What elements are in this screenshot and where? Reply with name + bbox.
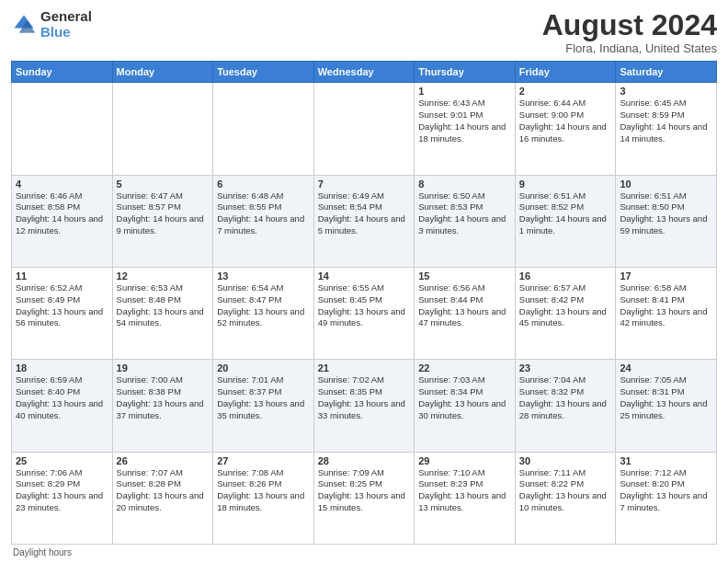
- day-header-thursday: Thursday: [415, 62, 516, 83]
- calendar-cell: 26Sunrise: 7:07 AM Sunset: 8:28 PM Dayli…: [112, 452, 213, 544]
- day-number: 24: [620, 362, 712, 373]
- logo-text: General Blue: [40, 9, 92, 40]
- day-header-friday: Friday: [515, 62, 616, 83]
- day-header-sunday: Sunday: [12, 62, 113, 83]
- day-info: Sunrise: 7:12 AM Sunset: 8:20 PM Dayligh…: [620, 467, 712, 514]
- calendar-week-4: 25Sunrise: 7:06 AM Sunset: 8:29 PM Dayli…: [12, 452, 717, 544]
- calendar-cell: 3Sunrise: 6:45 AM Sunset: 8:59 PM Daylig…: [616, 83, 717, 175]
- day-number: 28: [318, 455, 411, 466]
- calendar-cell: [313, 83, 415, 175]
- day-header-tuesday: Tuesday: [213, 62, 314, 83]
- calendar-table: SundayMondayTuesdayWednesdayThursdayFrid…: [11, 61, 717, 545]
- day-number: 13: [217, 270, 310, 282]
- day-number: 11: [16, 270, 108, 282]
- location: Flora, Indiana, United States: [542, 41, 717, 55]
- calendar-cell: 4Sunrise: 6:46 AM Sunset: 8:58 PM Daylig…: [12, 175, 113, 267]
- calendar-cell: 17Sunrise: 6:58 AM Sunset: 8:41 PM Dayli…: [616, 267, 717, 359]
- calendar-cell: [12, 83, 113, 175]
- calendar-cell: 11Sunrise: 6:52 AM Sunset: 8:49 PM Dayli…: [12, 267, 113, 359]
- day-info: Sunrise: 6:50 AM Sunset: 8:53 PM Dayligh…: [418, 190, 511, 237]
- day-number: 30: [519, 455, 612, 466]
- day-info: Sunrise: 6:44 AM Sunset: 9:00 PM Dayligh…: [519, 98, 612, 144]
- calendar-cell: 15Sunrise: 6:56 AM Sunset: 8:44 PM Dayli…: [415, 267, 516, 359]
- day-info: Sunrise: 6:47 AM Sunset: 8:57 PM Dayligh…: [117, 190, 210, 237]
- calendar-cell: 30Sunrise: 7:11 AM Sunset: 8:22 PM Dayli…: [515, 452, 616, 544]
- day-info: Sunrise: 6:54 AM Sunset: 8:47 PM Dayligh…: [217, 282, 310, 329]
- month-title: August 2024: [542, 9, 717, 41]
- day-info: Sunrise: 7:05 AM Sunset: 8:31 PM Dayligh…: [620, 374, 712, 421]
- calendar-week-0: 1Sunrise: 6:43 AM Sunset: 9:01 PM Daylig…: [12, 83, 717, 175]
- calendar-cell: [213, 83, 314, 175]
- logo: General Blue: [11, 9, 92, 40]
- calendar-body: 1Sunrise: 6:43 AM Sunset: 9:01 PM Daylig…: [12, 83, 717, 545]
- title-block: August 2024 Flora, Indiana, United State…: [542, 9, 717, 55]
- day-number: 7: [318, 178, 411, 190]
- day-info: Sunrise: 7:04 AM Sunset: 8:32 PM Dayligh…: [519, 374, 612, 421]
- calendar-cell: 29Sunrise: 7:10 AM Sunset: 8:23 PM Dayli…: [415, 452, 516, 544]
- day-info: Sunrise: 7:00 AM Sunset: 8:38 PM Dayligh…: [117, 374, 210, 421]
- day-info: Sunrise: 7:09 AM Sunset: 8:25 PM Dayligh…: [318, 467, 411, 514]
- day-info: Sunrise: 7:07 AM Sunset: 8:28 PM Dayligh…: [117, 467, 210, 514]
- day-info: Sunrise: 7:02 AM Sunset: 8:35 PM Dayligh…: [318, 374, 411, 421]
- calendar-cell: 18Sunrise: 6:59 AM Sunset: 8:40 PM Dayli…: [12, 360, 113, 452]
- logo-blue: Blue: [40, 25, 92, 40]
- calendar-header: SundayMondayTuesdayWednesdayThursdayFrid…: [12, 62, 717, 83]
- calendar-cell: 19Sunrise: 7:00 AM Sunset: 8:38 PM Dayli…: [112, 360, 213, 452]
- day-number: 25: [16, 455, 108, 466]
- day-number: 1: [418, 86, 511, 97]
- day-number: 27: [217, 455, 310, 466]
- day-number: 17: [620, 270, 712, 282]
- day-number: 31: [620, 455, 712, 466]
- calendar-cell: 23Sunrise: 7:04 AM Sunset: 8:32 PM Dayli…: [515, 360, 616, 452]
- calendar-cell: [112, 83, 213, 175]
- calendar-cell: 16Sunrise: 6:57 AM Sunset: 8:42 PM Dayli…: [515, 267, 616, 359]
- day-number: 26: [117, 455, 210, 466]
- day-header-saturday: Saturday: [616, 62, 717, 83]
- calendar-cell: 25Sunrise: 7:06 AM Sunset: 8:29 PM Dayli…: [12, 452, 113, 544]
- calendar-cell: 28Sunrise: 7:09 AM Sunset: 8:25 PM Dayli…: [313, 452, 415, 544]
- day-number: 2: [519, 86, 612, 97]
- day-number: 21: [318, 362, 411, 373]
- day-number: 4: [16, 178, 108, 190]
- day-number: 5: [117, 178, 210, 190]
- day-number: 8: [418, 178, 511, 190]
- day-number: 29: [418, 455, 511, 466]
- day-number: 15: [418, 270, 511, 282]
- day-info: Sunrise: 6:58 AM Sunset: 8:41 PM Dayligh…: [620, 282, 712, 329]
- day-info: Sunrise: 6:51 AM Sunset: 8:52 PM Dayligh…: [519, 190, 612, 237]
- day-number: 20: [217, 362, 310, 373]
- logo-general: General: [40, 9, 92, 25]
- day-info: Sunrise: 7:11 AM Sunset: 8:22 PM Dayligh…: [519, 467, 612, 514]
- day-info: Sunrise: 6:43 AM Sunset: 9:01 PM Dayligh…: [418, 98, 511, 144]
- day-number: 14: [318, 270, 411, 282]
- day-info: Sunrise: 6:59 AM Sunset: 8:40 PM Dayligh…: [16, 374, 108, 421]
- day-info: Sunrise: 7:08 AM Sunset: 8:26 PM Dayligh…: [217, 467, 310, 514]
- header: General Blue August 2024 Flora, Indiana,…: [11, 9, 717, 55]
- footer-label: Daylight hours: [11, 547, 717, 557]
- calendar-cell: 27Sunrise: 7:08 AM Sunset: 8:26 PM Dayli…: [213, 452, 314, 544]
- calendar-week-3: 18Sunrise: 6:59 AM Sunset: 8:40 PM Dayli…: [12, 360, 717, 452]
- logo-icon: [11, 12, 37, 38]
- day-info: Sunrise: 7:06 AM Sunset: 8:29 PM Dayligh…: [16, 467, 108, 514]
- day-info: Sunrise: 6:52 AM Sunset: 8:49 PM Dayligh…: [16, 282, 108, 329]
- day-number: 22: [418, 362, 511, 373]
- day-info: Sunrise: 7:10 AM Sunset: 8:23 PM Dayligh…: [418, 467, 511, 514]
- calendar-week-2: 11Sunrise: 6:52 AM Sunset: 8:49 PM Dayli…: [12, 267, 717, 359]
- day-header-wednesday: Wednesday: [313, 62, 415, 83]
- calendar-cell: 13Sunrise: 6:54 AM Sunset: 8:47 PM Dayli…: [213, 267, 314, 359]
- day-info: Sunrise: 6:53 AM Sunset: 8:48 PM Dayligh…: [117, 282, 210, 329]
- calendar-cell: 5Sunrise: 6:47 AM Sunset: 8:57 PM Daylig…: [112, 175, 213, 267]
- calendar-cell: 22Sunrise: 7:03 AM Sunset: 8:34 PM Dayli…: [415, 360, 516, 452]
- day-number: 6: [217, 178, 310, 190]
- calendar-cell: 31Sunrise: 7:12 AM Sunset: 8:20 PM Dayli…: [616, 452, 717, 544]
- day-number: 10: [620, 178, 712, 190]
- calendar-cell: 14Sunrise: 6:55 AM Sunset: 8:45 PM Dayli…: [313, 267, 415, 359]
- day-info: Sunrise: 6:55 AM Sunset: 8:45 PM Dayligh…: [318, 282, 411, 329]
- day-info: Sunrise: 6:48 AM Sunset: 8:55 PM Dayligh…: [217, 190, 310, 237]
- day-number: 16: [519, 270, 612, 282]
- day-info: Sunrise: 6:57 AM Sunset: 8:42 PM Dayligh…: [519, 282, 612, 329]
- calendar-cell: 20Sunrise: 7:01 AM Sunset: 8:37 PM Dayli…: [213, 360, 314, 452]
- calendar-cell: 10Sunrise: 6:51 AM Sunset: 8:50 PM Dayli…: [616, 175, 717, 267]
- calendar-cell: 1Sunrise: 6:43 AM Sunset: 9:01 PM Daylig…: [415, 83, 516, 175]
- header-row: SundayMondayTuesdayWednesdayThursdayFrid…: [12, 62, 717, 83]
